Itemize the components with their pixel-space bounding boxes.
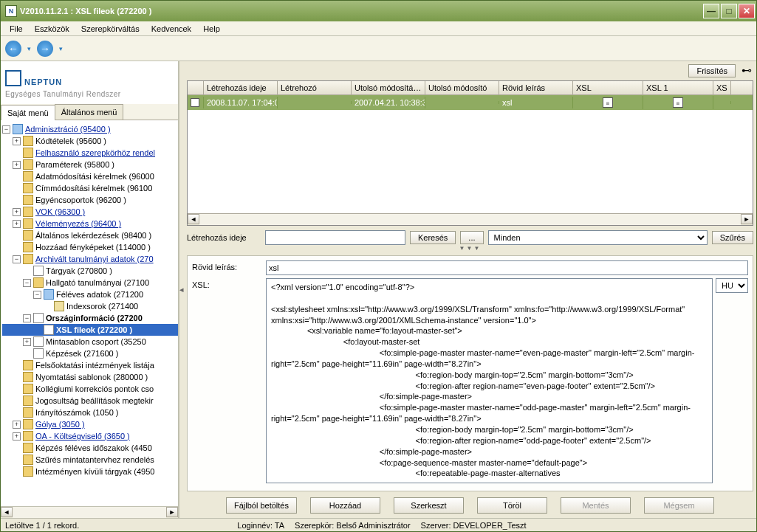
tree-item[interactable]: Címmódosítási kérelmek (96100 <box>35 184 152 193</box>
nav-back-menu-icon[interactable]: ▾ <box>26 45 32 52</box>
tree-view[interactable]: −Adminisztráció (95400 ) +Kódtételek (95… <box>1 120 178 506</box>
detail-panel: Rövid leírás: XSL: <?xml version="1.0" e… <box>187 255 753 491</box>
tree-item[interactable]: Jogosultság beállítások megtekir <box>35 396 154 405</box>
filter-input[interactable] <box>265 230 405 245</box>
filter-scope-select[interactable]: Minden <box>488 230 708 245</box>
grid-col-check[interactable] <box>188 81 204 94</box>
grid-col[interactable]: XSL 1 <box>643 81 713 94</box>
tree-item[interactable]: Intézményen kívüli tárgyak (4950 <box>35 467 154 476</box>
add-button[interactable]: Hozzáad <box>310 497 380 514</box>
tree-item-selected[interactable]: XSL fileok (272200 ) <box>56 325 132 334</box>
lang-select[interactable]: HU <box>716 278 748 293</box>
tree-item[interactable]: Indexsorok (271400 <box>66 302 138 311</box>
statusbar: Letöltve 1 / 1 rekord. Loginnév: TA Szer… <box>1 518 756 531</box>
status-server: Szerver: DEVELOPER_Teszt <box>421 521 527 530</box>
tree-item[interactable]: VOK (96300 ) <box>35 207 85 216</box>
filter-label: Létrehozás ideje <box>187 233 261 242</box>
refresh-button[interactable]: Frissítés <box>688 64 736 77</box>
status-records: Letöltve 1 / 1 rekord. <box>5 521 79 530</box>
xsl-label: XSL: <box>192 278 266 483</box>
menu-file[interactable]: File <box>4 23 29 35</box>
tree-item[interactable]: Adatmódosítási kérelmek (96000 <box>35 172 154 181</box>
browse-button[interactable]: ... <box>460 231 483 244</box>
menu-tools[interactable]: Eszközök <box>29 23 75 35</box>
status-login: Loginnév: TA <box>237 521 284 530</box>
grid-header: Létrehozás ideje Létrehozó Utolsó módosí… <box>188 81 753 95</box>
nav-back-button[interactable]: ← <box>5 41 21 57</box>
tree-root[interactable]: Adminisztráció (95400 ) <box>25 125 111 134</box>
grid-col[interactable]: Utolsó módosítás ... <box>352 81 425 94</box>
tree-item[interactable]: Irányítószámok (1050 ) <box>35 408 119 417</box>
scroll-left-icon[interactable]: ◄ <box>188 214 199 224</box>
tree-item[interactable]: Képzések (271600 ) <box>46 349 118 358</box>
scroll-right-icon[interactable]: ► <box>741 214 753 224</box>
grid-col[interactable]: XSL <box>573 81 643 94</box>
titlebar: N V2010.11.2.1 : XSL fileok (272200 ) — … <box>1 1 756 21</box>
menu-roleswitch[interactable]: Szerepkörváltás <box>75 23 145 35</box>
cell-lastmodby <box>425 101 499 104</box>
delete-button[interactable]: Töröl <box>477 497 547 514</box>
tree-item[interactable]: Általános lekérdezések (98400 ) <box>35 231 151 240</box>
tree-item[interactable]: OA - Költségviselő (3650 ) <box>35 432 130 441</box>
tree-item[interactable]: Kódtételek (95600 ) <box>35 137 106 145</box>
right-panel: Frissítés ⊷ Létrehozás ideje Létrehozó U… <box>184 61 756 518</box>
close-button[interactable]: ✕ <box>739 4 755 18</box>
grid-col[interactable]: Létrehozó <box>278 81 352 94</box>
grid-col[interactable]: Utolsó módosító <box>425 81 499 94</box>
cell-created: 2008.11.07. 17:04:0 <box>204 97 278 108</box>
maximize-button[interactable]: □ <box>721 4 737 18</box>
filter-button[interactable]: Szűrés <box>712 231 753 244</box>
tree-item[interactable]: Egyéncsoportok (96200 ) <box>35 196 126 204</box>
tree-item[interactable]: Kollégiumi korrekciós pontok cso <box>35 384 154 393</box>
menu-help[interactable]: Help <box>197 23 226 35</box>
tree-item[interactable]: Felsőoktatási intézmények listája <box>35 361 154 370</box>
tree-archived[interactable]: Archivált tanulmányi adatok (270 <box>35 255 154 263</box>
search-button[interactable]: Keresés <box>410 231 456 244</box>
data-grid[interactable]: Létrehozás ideje Létrehozó Utolsó módosí… <box>187 80 753 226</box>
tree-item[interactable]: Szűrés mintatantervhez rendelés <box>35 455 154 464</box>
grid-col[interactable]: Rövid leírás <box>499 81 573 94</box>
tree-item[interactable]: Képzés féléves időszakok (4450 <box>35 443 152 452</box>
grid-empty-area <box>188 110 753 213</box>
logo: NEPTUN Egységes Tanulmányi Rendszer <box>1 61 178 100</box>
cell-lastmod: 2007.04.21. 10:38:3 <box>352 97 425 108</box>
status-role: Szerepkör: Belső Adminisztrátor <box>295 521 411 530</box>
pin-icon[interactable]: ⊷ <box>741 64 753 76</box>
grid-col[interactable]: Létrehozás ideje <box>204 81 278 94</box>
tree-item[interactable]: Tárgyak (270800 ) <box>46 266 112 275</box>
tree-item[interactable]: Hozzáad fényképeket (114000 ) <box>35 243 151 252</box>
tree-item[interactable]: Országinformáció (27200 <box>46 314 143 322</box>
tree-item[interactable]: Gólya (3050 ) <box>35 420 85 429</box>
edit-button[interactable]: Szerkeszt <box>394 497 464 514</box>
tree-item[interactable]: Véleményezés (96400 ) <box>35 219 121 228</box>
tree-item[interactable]: Féléves adatok (271200 <box>56 290 143 299</box>
menu-favorites[interactable]: Kedvencek <box>145 23 197 35</box>
tree-item[interactable]: Mintasablon csoport (35250 <box>46 337 146 346</box>
tree-item[interactable]: Felhasználó szerepkörhöz rendel <box>35 148 155 157</box>
tab-own-menu[interactable]: Saját menü <box>1 105 55 120</box>
xsl-textarea[interactable]: <?xml version="1.0" encoding="utf-8"?> <… <box>266 278 713 483</box>
minimize-button[interactable]: — <box>703 4 719 18</box>
nav-fwd-menu-icon[interactable]: ▾ <box>58 45 64 52</box>
cell-creator <box>278 101 352 104</box>
xsl1-doc-icon[interactable]: ≡ <box>673 97 683 108</box>
desc-input[interactable] <box>266 260 748 275</box>
tab-general-menu[interactable]: Általános menü <box>55 104 124 120</box>
menubar: File Eszközök Szerepkörváltás Kedvencek … <box>1 21 756 36</box>
tree-hscroll[interactable]: ◄► <box>1 506 178 518</box>
nav-forward-button[interactable]: → <box>37 41 53 57</box>
grid-col[interactable]: XS <box>713 81 731 94</box>
tree-item[interactable]: Hallgató tanulmányai (27100 <box>46 278 149 287</box>
tree-item[interactable]: Paraméterek (95800 ) <box>35 160 114 169</box>
action-buttons: Fájlból betöltés Hozzáad Szerkeszt Töröl… <box>187 491 753 515</box>
xsl-doc-icon[interactable]: ≡ <box>603 97 613 108</box>
load-file-button[interactable]: Fájlból betöltés <box>226 497 297 514</box>
logo-text: NEPTUN <box>5 67 174 90</box>
panel-splitter-icon[interactable]: ▼▼▼ <box>187 245 753 255</box>
row-checkbox[interactable] <box>191 98 199 107</box>
nav-toolbar: ←▾ →▾ <box>1 36 756 61</box>
save-button: Mentés <box>561 497 631 514</box>
grid-hscroll[interactable]: ◄ ► <box>188 213 753 225</box>
tree-item[interactable]: Nyomtatási sablonok (280000 ) <box>35 373 148 381</box>
grid-row[interactable]: 2008.11.07. 17:04:0 2007.04.21. 10:38:3 … <box>188 95 753 110</box>
